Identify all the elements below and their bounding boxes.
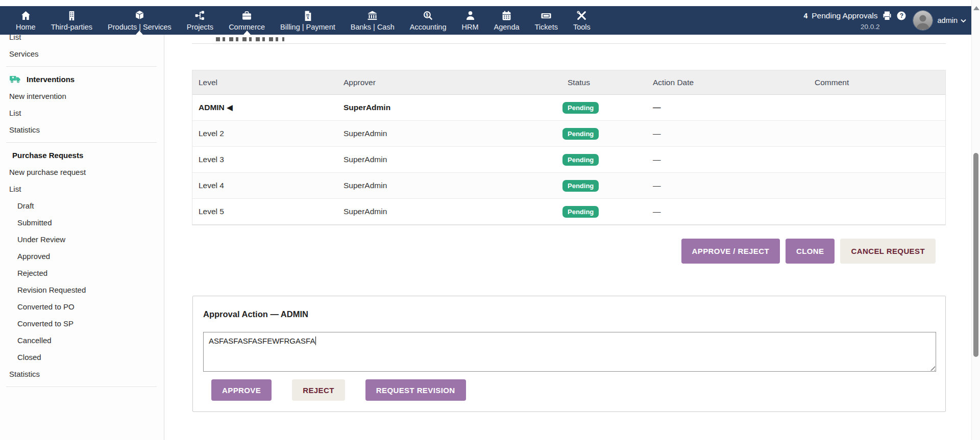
approval-levels-table: Level Approver Status Action Date Commen… <box>192 70 946 225</box>
building-icon <box>67 9 77 21</box>
sidebar-item-draft[interactable]: Draft <box>0 197 164 214</box>
person-icon <box>465 9 476 21</box>
nav-item-projects[interactable]: Projects <box>179 6 221 35</box>
topbar-right: 4 Pending Approvals ? 20.0.2 <box>803 6 966 35</box>
action-date-cell: — <box>647 207 808 216</box>
svg-text:?: ? <box>899 12 903 19</box>
help-icon[interactable]: ? <box>896 11 906 21</box>
nav-label: HRM <box>462 23 479 31</box>
level-cell: Level 3 <box>192 155 337 164</box>
sidebar-item-new-purchase-request[interactable]: New purchase request <box>0 164 164 180</box>
svg-text:$: $ <box>307 16 309 19</box>
approver-cell: SuperAdmin <box>337 129 561 138</box>
sidebar-item-under-review[interactable]: Under Review <box>0 231 164 248</box>
nav-label: Projects <box>187 23 213 31</box>
nav-label: Banks | Cash <box>351 23 395 31</box>
sidebar-item-new-intervention[interactable]: New intervention <box>0 88 164 105</box>
approver-cell: SuperAdmin <box>337 181 561 190</box>
level-cell: Level 5 <box>192 207 337 216</box>
ticket-icon <box>541 9 552 21</box>
magnifier-icon: § <box>423 9 433 21</box>
approver-cell: SuperAdmin <box>337 207 561 216</box>
nav-label: Products | Services <box>108 23 172 31</box>
pending-approvals-block: 4 Pending Approvals ? 20.0.2 <box>803 11 906 31</box>
bank-icon <box>367 9 378 21</box>
nav-item-tickets[interactable]: Tickets <box>527 6 566 35</box>
sidebar-item-interventions-statistics[interactable]: Statistics <box>0 121 164 138</box>
status-badge: Pending <box>562 128 599 140</box>
sidebar-item-closed[interactable]: Closed <box>0 349 164 366</box>
diagram-icon <box>194 9 205 21</box>
main-content: Level Approver Status Action Date Commen… <box>164 35 971 440</box>
sidebar-heading-interventions: Interventions <box>0 71 164 88</box>
sidebar-item-converted-to-sp[interactable]: Converted to SP <box>0 315 164 332</box>
cube-icon <box>134 9 145 21</box>
level-cell: Level 4 <box>192 181 337 190</box>
page-scrollbar[interactable] <box>971 0 980 440</box>
table-row: Level 2 SuperAdmin Pending — <box>192 121 945 147</box>
sidebar-item-revision-requested[interactable]: Revision Requested <box>0 281 164 298</box>
nav-item-banks-cash[interactable]: Banks | Cash <box>343 6 402 35</box>
table-row: Level 5 SuperAdmin Pending — <box>192 199 945 225</box>
nav-label: Accounting <box>410 23 447 31</box>
divider <box>6 66 157 67</box>
nav-item-home[interactable]: Home <box>8 6 43 35</box>
approve-reject-button[interactable]: APPROVE / REJECT <box>681 239 780 264</box>
svg-text:§: § <box>426 12 429 17</box>
level-cell: Level 2 <box>192 129 337 138</box>
approval-comment-textarea[interactable]: ASFASFASFASFEWFRGASFA <box>203 332 936 372</box>
cancel-request-button[interactable]: CANCEL REQUEST <box>840 239 936 264</box>
nav-item-agenda[interactable]: Agenda <box>486 6 527 35</box>
action-date-cell: — <box>647 129 808 138</box>
status-badge: Pending <box>562 206 599 218</box>
request-revision-button[interactable]: REQUEST REVISION <box>365 379 466 401</box>
sidebar-item-interventions-list[interactable]: List <box>0 105 164 121</box>
approve-button[interactable]: APPROVE <box>211 379 272 401</box>
nav-item-third-parties[interactable]: Third-parties <box>43 6 100 35</box>
sidebar-item-submitted[interactable]: Submitted <box>0 214 164 231</box>
nav-item-commerce[interactable]: Commerce <box>221 6 273 35</box>
pending-approvals-count: 4 <box>803 12 807 20</box>
sidebar-item-pr-statistics[interactable]: Statistics <box>0 366 164 382</box>
reject-button[interactable]: REJECT <box>292 379 345 401</box>
invoice-icon: $ <box>303 9 312 21</box>
approver-cell: SuperAdmin <box>337 155 561 164</box>
clipped-page-header <box>192 35 946 44</box>
sidebar-item-cancelled[interactable]: Cancelled <box>0 332 164 349</box>
textarea-resize-handle[interactable] <box>928 364 935 371</box>
nav-item-accounting[interactable]: § Accounting <box>402 6 454 35</box>
home-icon <box>20 9 31 21</box>
nav-label: Agenda <box>494 23 520 31</box>
nav-label: Tools <box>573 23 591 31</box>
chevron-down-icon[interactable] <box>961 16 966 25</box>
sidebar-item-rejected[interactable]: Rejected <box>0 265 164 281</box>
nav-item-tools[interactable]: Tools <box>566 6 598 35</box>
sidebar-item-converted-to-po[interactable]: Converted to PO <box>0 298 164 315</box>
sidebar-item-approved[interactable]: Approved <box>0 248 164 265</box>
nav-item-hrm[interactable]: HRM <box>454 6 486 35</box>
status-badge: Pending <box>562 154 599 166</box>
avatar[interactable] <box>913 10 933 31</box>
approval-action-buttons: APPROVE REJECT REQUEST REVISION <box>211 379 466 401</box>
sidebar-heading-purchase-requests: Purchase Requests <box>0 147 164 164</box>
app-version: 20.0.2 <box>861 23 880 31</box>
sidebar-item-services[interactable]: Services <box>0 45 164 62</box>
record-action-buttons: APPROVE / REJECT CLONE CANCEL REQUEST <box>681 239 936 264</box>
status-badge: Pending <box>562 180 599 192</box>
scroll-up-arrow-icon[interactable] <box>973 6 979 10</box>
print-icon[interactable] <box>882 11 892 21</box>
sidebar-item-purchase-requests-list[interactable]: List <box>0 180 164 197</box>
action-date-cell: — <box>647 181 808 190</box>
divider <box>6 386 157 387</box>
clone-button[interactable]: CLONE <box>786 239 835 264</box>
approver-cell: SuperAdmin <box>337 103 561 112</box>
level-cell: ADMIN ◀ <box>192 103 337 112</box>
nav-item-products-services[interactable]: Products | Services <box>100 6 179 35</box>
logged-user-name[interactable]: admin <box>938 16 958 24</box>
scrollbar-thumb[interactable] <box>973 153 978 357</box>
col-header-comment: Comment <box>808 78 945 87</box>
nav-item-billing-payment[interactable]: $ Billing | Payment <box>273 6 343 35</box>
status-badge: Pending <box>562 102 599 114</box>
pending-approvals-link[interactable]: Pending Approvals <box>812 11 877 20</box>
approval-comment-text: ASFASFASFASFEWFRGASFA <box>209 337 315 345</box>
